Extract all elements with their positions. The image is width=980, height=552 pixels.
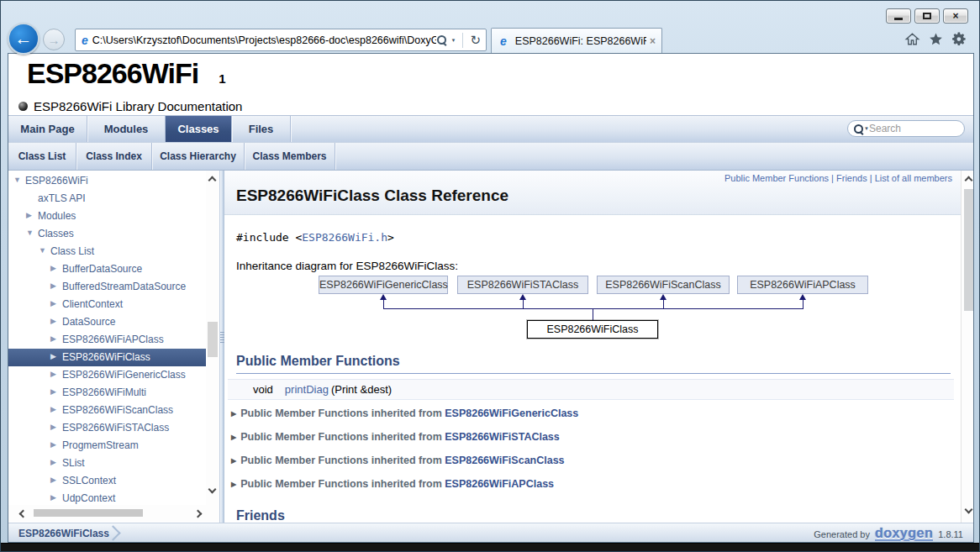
- inherited-section-esp8266wifiapclass[interactable]: ▶Public Member Functions inherited from …: [231, 478, 554, 493]
- back-button[interactable]: ←: [8, 23, 40, 55]
- summary-link-list-of-all-members[interactable]: List of all members: [875, 173, 952, 183]
- summary-link-friends[interactable]: Friends: [836, 173, 867, 183]
- inherited-prefix: Public Member Functions inherited from: [240, 478, 445, 490]
- tab-class-members[interactable]: Class Members: [245, 143, 335, 170]
- sidebar-item-esp8266wificlass[interactable]: ▶ESP8266WiFiClass: [8, 349, 206, 366]
- tab-main-page[interactable]: Main Page: [8, 116, 87, 142]
- sidebar-item-modules[interactable]: ▶Modules: [8, 208, 206, 225]
- scrollbar-thumb[interactable]: [34, 509, 143, 517]
- class-link-esp8266wifigenericclass[interactable]: ESP8266WiFiGenericClass: [445, 407, 578, 419]
- chevron-right-icon[interactable]: ▶: [50, 493, 56, 502]
- chevron-right-icon[interactable]: ▶: [50, 440, 56, 449]
- forward-button[interactable]: →: [43, 29, 65, 50]
- tab-class-index[interactable]: Class Index: [76, 143, 152, 170]
- inherited-section-esp8266wifigenericclass[interactable]: ▶Public Member Functions inherited from …: [231, 407, 578, 423]
- sidebar-item-bufferedstreamdatasource[interactable]: ▶BufferedStreamDataSource: [8, 278, 206, 296]
- include-file-link[interactable]: ESP8266WiFi.h: [302, 231, 387, 244]
- sidebar-horizontal-scrollbar[interactable]: [8, 505, 219, 522]
- chevron-right-icon[interactable]: ▶: [50, 281, 56, 290]
- class-link-esp8266wifistaclass[interactable]: ESP8266WiFiSTAClass: [445, 431, 560, 443]
- browser-tab[interactable]: e ESP8266WiFi: ESP8266WiFi... ×: [491, 28, 662, 53]
- scroll-down-icon[interactable]: [208, 486, 217, 494]
- chevron-right-icon[interactable]: ▶: [50, 476, 56, 484]
- doxygen-logo[interactable]: doxygen: [875, 527, 933, 541]
- chevron-right-icon[interactable]: ▶: [50, 299, 56, 308]
- chevron-down-icon[interactable]: ▼: [26, 229, 34, 237]
- tab-files[interactable]: Files: [232, 116, 291, 142]
- chevron-down-icon[interactable]: ▼: [39, 246, 46, 255]
- search-dropdown-icon[interactable]: ▼: [450, 38, 456, 43]
- sidebar-item-classes[interactable]: ▼Classes: [8, 225, 206, 243]
- summary-link-public-member-functions[interactable]: Public Member Functions: [724, 173, 829, 183]
- sidebar-item-esp8266wifiscanclass[interactable]: ▶ESP8266WiFiScanClass: [8, 402, 206, 419]
- home-icon[interactable]: [904, 31, 920, 50]
- chevron-right-icon[interactable]: ▶: [50, 405, 56, 413]
- chevron-right-icon[interactable]: ▶: [50, 387, 56, 396]
- tab-class-hierarchy[interactable]: Class Hierarchy: [152, 143, 245, 170]
- sidebar-item-esp8266wifi[interactable]: ▼ESP8266WiFi: [8, 172, 206, 190]
- diagram-box-esp8266wificlass[interactable]: ESP8266WiFiClass: [527, 320, 658, 339]
- tab-label: Classes: [177, 123, 219, 135]
- chevron-right-icon[interactable]: ▶: [50, 334, 56, 343]
- diagram-box-esp8266wifigenericclass[interactable]: ESP8266WiFiGenericClass: [319, 276, 448, 294]
- chevron-right-icon[interactable]: ▶: [26, 211, 32, 219]
- scrollbar-thumb[interactable]: [964, 189, 973, 311]
- scroll-down-icon[interactable]: [965, 506, 973, 514]
- chevron-right-icon[interactable]: ▶: [50, 264, 56, 272]
- doxygen-version: 1.8.11: [938, 529, 963, 539]
- chevron-down-icon[interactable]: ▼: [13, 176, 21, 184]
- inherited-section-esp8266wifiscanclass[interactable]: ▶Public Member Functions inherited from …: [231, 455, 565, 470]
- project-version: 1: [219, 71, 225, 86]
- breadcrumb-esp8266wificlass[interactable]: ESP8266WiFiClass: [18, 523, 109, 543]
- diagram-box-esp8266wifiscanclass[interactable]: ESP8266WiFiScanClass: [597, 276, 730, 294]
- sidebar-item-label: UdpContext: [62, 492, 115, 504]
- search-box[interactable]: ▼: [847, 120, 965, 137]
- sidebar-item-class-list[interactable]: ▼Class List: [8, 243, 206, 260]
- class-link-esp8266wifiapclass[interactable]: ESP8266WiFiAPClass: [445, 478, 554, 490]
- sidebar-item-esp8266wifiapclass[interactable]: ▶ESP8266WiFiAPClass: [8, 331, 206, 349]
- sidebar-item-clientcontext[interactable]: ▶ClientContext: [8, 296, 206, 313]
- search-input[interactable]: [869, 123, 959, 134]
- search-icon[interactable]: [436, 34, 447, 45]
- address-bar[interactable]: e C:\Users\Krzysztof\Documents\Projects\…: [75, 29, 487, 51]
- sidebar-item-label: ESP8266WiFiSTAClass: [62, 422, 169, 434]
- tab-class-list[interactable]: Class List: [8, 143, 76, 170]
- scrollbar-thumb[interactable]: [208, 322, 218, 357]
- refresh-icon[interactable]: ↻: [470, 33, 481, 48]
- content-vertical-scrollbar[interactable]: [961, 171, 974, 523]
- sidebar-item-bufferdatasource[interactable]: ▶BufferDataSource: [8, 260, 206, 278]
- tab-modules[interactable]: Modules: [87, 116, 166, 142]
- sidebar-item-esp8266wifigenericclass[interactable]: ▶ESP8266WiFiGenericClass: [8, 366, 206, 384]
- scroll-up-icon[interactable]: [965, 176, 973, 185]
- diagram-box-esp8266wifistaclass[interactable]: ESP8266WiFiSTAClass: [457, 276, 588, 294]
- chevron-right-icon[interactable]: ▶: [50, 458, 56, 466]
- chevron-right-icon[interactable]: ▶: [50, 370, 56, 378]
- gear-icon[interactable]: [951, 31, 967, 50]
- sidebar-item-udpcontext[interactable]: ▶UdpContext: [8, 490, 206, 505]
- class-link-esp8266wifiscanclass[interactable]: ESP8266WiFiScanClass: [445, 455, 564, 466]
- chevron-right-icon[interactable]: ▶: [50, 317, 56, 325]
- connector-line: [383, 300, 384, 308]
- sidebar-item-axtls-api[interactable]: axTLS API: [8, 190, 206, 208]
- member-link-printdiag[interactable]: printDiag: [285, 383, 329, 396]
- sidebar-item-esp8266wifimulti[interactable]: ▶ESP8266WiFiMulti: [8, 384, 206, 402]
- sidebar-item-esp8266wifistaclass[interactable]: ▶ESP8266WiFiSTAClass: [8, 419, 206, 437]
- tab-classes[interactable]: Classes: [166, 116, 232, 142]
- scroll-left-icon[interactable]: [19, 510, 28, 518]
- sidebar-item-datasource[interactable]: ▶DataSource: [8, 313, 206, 331]
- star-icon[interactable]: [928, 31, 944, 50]
- sidebar-item-progmemstream[interactable]: ▶ProgmemStream: [8, 437, 206, 455]
- scroll-right-icon[interactable]: [194, 510, 203, 518]
- triangle-right-icon: ▶: [231, 457, 236, 465]
- chevron-right-icon[interactable]: ▶: [50, 423, 56, 431]
- doc-area: Public Member Functions | Friends | List…: [224, 171, 961, 523]
- generated-by-label: Generated by: [814, 529, 870, 539]
- diagram-box-esp8266wifiapclass[interactable]: ESP8266WiFiAPClass: [737, 276, 868, 294]
- sidebar-vertical-scrollbar[interactable]: [206, 171, 219, 505]
- sidebar-item-slist[interactable]: ▶SList: [8, 455, 206, 472]
- chevron-right-icon[interactable]: ▶: [50, 352, 56, 360]
- inherited-section-esp8266wifistaclass[interactable]: ▶Public Member Functions inherited from …: [231, 431, 560, 446]
- tab-close-icon[interactable]: ×: [650, 35, 656, 47]
- scroll-up-icon[interactable]: [208, 176, 217, 185]
- sidebar-item-sslcontext[interactable]: ▶SSLContext: [8, 472, 206, 490]
